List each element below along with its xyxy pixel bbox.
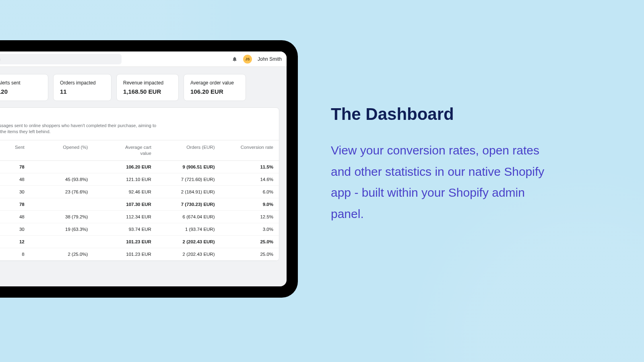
table-cell: 25.0% [221,248,279,260]
table-cell: 14.6% [221,173,279,185]
stat-label: Revenue impacted [123,80,172,86]
stats-row: Alerts sent 120 Orders impacted 11 Reven… [0,74,279,101]
search-placeholder: Search [0,56,0,62]
table-row: 78106.20 EUR9 (906.51 EUR)11.5% [0,160,279,173]
card-title: ned cart reminders [0,113,272,119]
table-cell: 112.34 EUR [93,210,157,223]
table-row: pp4838 (79.2%)112.34 EUR6 (674.04 EUR)12… [0,210,279,223]
stat-label: Average order value [190,80,239,86]
stat-card-revenue-impacted: Revenue impacted 1,168.50 EUR [116,74,179,101]
table-cell [30,160,94,173]
table-row: minder12101.23 EUR2 (202.43 EUR)25.0% [0,235,279,248]
table-cell: 9.0% [221,198,279,210]
stat-value: 120 [0,88,41,95]
stat-card-alerts-sent: Alerts sent 120 [0,74,48,101]
table-cell: 48 [0,173,30,185]
promo-body: View your conversion rates, open rates a… [331,140,556,224]
search-input[interactable]: Search [0,54,122,64]
table-cell: 38 (79.2%) [30,210,94,223]
stat-card-orders-impacted: Orders impacted 11 [53,74,111,101]
notifications-icon[interactable] [232,56,237,62]
table-cell: 7 (721.60) EUR) [157,173,221,185]
table-cell: 106.20 EUR [93,160,157,173]
col-orders: Orders (EUR) [157,140,221,160]
table-cell: 92.46 EUR [93,185,157,198]
col-avg-cart: Average cartvalue [93,140,157,160]
promo-text: The Dashboard View your conversion rates… [331,105,556,224]
promo-title: The Dashboard [331,105,556,124]
table-cell [30,198,94,210]
table-row: 3023 (76.6%)92.46 EUR2 (184.91) EUR)6.0% [0,185,279,198]
table-cell: 48 [0,210,30,223]
table-cell: 19 (63.3%) [30,223,94,235]
table-cell: 2 (184.91) EUR) [157,185,221,198]
table-cell: 9 (906.51 EUR) [157,160,221,173]
table-cell: 3.0% [221,223,279,235]
table-row: pp4845 (93.8%)121.10 EUR7 (721.60) EUR)1… [0,173,279,185]
table-cell: 101.23 EUR [93,235,157,248]
tablet-frame: Search JS John Smith Alerts sent 120 Ord… [0,40,298,298]
app-screen: Search JS John Smith Alerts sent 120 Ord… [0,51,287,286]
table-cell: 2 (202.43 EUR) [157,248,221,260]
table-row: pp82 (25.0%)101.23 EUR2 (202.43 EUR)25.0… [0,248,279,260]
table-cell: 30 [0,223,30,235]
table-cell: 107.30 EUR [93,198,157,210]
avatar[interactable]: JS [243,55,252,64]
user-name[interactable]: John Smith [258,56,282,62]
table-cell: 45 (93.8%) [30,173,94,185]
stat-card-average-order-value: Average order value 106.20 EUR [184,74,246,101]
table-cell: 25.0% [221,235,279,248]
table-cell: 7 (730.23) EUR) [157,198,221,210]
stat-label: Orders impacted [60,80,105,86]
table-cell: 6 (674.04 EUR) [157,210,221,223]
table-cell: 93.74 EUR [93,223,157,235]
stat-value: 106.20 EUR [190,88,239,95]
table-cell: 8 [0,248,30,260]
table-cell [30,235,94,248]
table-cell: 11.5% [221,160,279,173]
table-cell: 1 (93.74 EUR) [157,223,221,235]
table-cell: 12 [0,235,30,248]
table-cell: 78 [0,160,30,173]
table-cell: 2 (202.43 EUR) [157,235,221,248]
table-cell: 23 (76.6%) [30,185,94,198]
table-cell: 121.10 EUR [93,173,157,185]
table-row: 3019 (63.3%)93.74 EUR1 (93.74 EUR)3.0% [0,223,279,235]
table-cell: 101.23 EUR [93,248,157,260]
table-cell: 30 [0,185,30,198]
table-cell: 12.5% [221,210,279,223]
col-opened: Opened (%) [30,140,94,160]
table-cell: 2 (25.0%) [30,248,94,260]
col-sent: Sent [0,140,30,160]
col-conversion: Conversion rate [221,140,279,160]
stat-value: 1,168.50 EUR [123,88,172,95]
reminders-table: Sent Opened (%) Average cartvalue Orders… [0,140,279,261]
stat-value: 11 [60,88,105,95]
reminders-card: ned cart reminders d cart reminders are … [0,107,279,261]
table-cell: 78 [0,198,30,210]
table-row: inder78107.30 EUR7 (730.23) EUR)9.0% [0,198,279,210]
stat-label: Alerts sent [0,80,41,86]
table-cell: 6.0% [221,185,279,198]
card-description: d cart reminders are messages sent to on… [0,123,178,135]
topbar: Search JS John Smith [0,51,287,67]
